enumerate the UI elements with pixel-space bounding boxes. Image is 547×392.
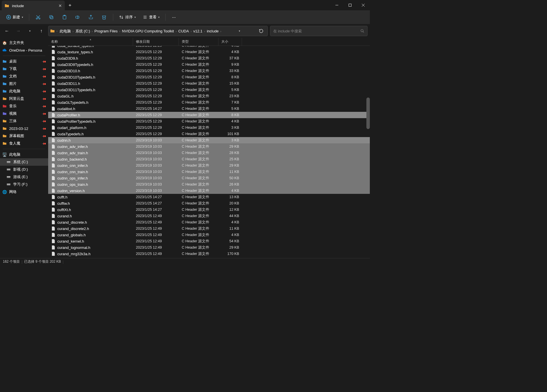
file-row[interactable]: cuda_texture_types.h2023/1/25 12:29C Hea… [48,49,370,55]
paste-button[interactable] [58,12,71,22]
sidebar-drive[interactable]: 学习 (F:) [0,181,48,188]
file-row[interactable]: curand_discrete2.h2023/1/25 12:49C Heade… [48,225,370,232]
search-input[interactable] [273,29,360,33]
chevron-down-icon[interactable]: ▾ [237,30,243,32]
cut-button[interactable] [32,12,44,22]
file-explorer-tab[interactable]: include ✕ [2,1,65,11]
col-type[interactable]: 类型 [179,38,218,46]
sidebar-item[interactable]: 屏幕截图📌 [0,132,48,140]
view-button[interactable]: 查看 ▾ [140,12,163,22]
file-row[interactable]: cudaProfilerTypedefs.h2023/1/25 12:29C H… [48,118,370,124]
new-button[interactable]: 新建 ▾ [3,12,26,22]
sidebar-item[interactable]: 图片📌 [0,80,48,87]
svg-rect-28 [7,169,10,169]
breadcrumb-seg[interactable]: v12.1 [193,29,203,33]
sidebar: 🏠 主文件夹 OneDrive - Persona 桌面📌下载📌文档📌图片📌此电… [0,38,48,258]
share-button[interactable] [85,12,97,22]
file-row[interactable]: cudaD3D10Typedefs.h2023/1/25 12:29C Head… [48,74,370,80]
file-row[interactable]: cudnn_cnn_train.h2023/3/19 10:03C Header… [48,169,370,175]
sidebar-item[interactable]: 此电脑📌 [0,87,48,95]
scrollbar[interactable] [366,46,370,258]
file-row[interactable]: cudnn_adv_infer.h2023/3/19 10:03C Header… [48,143,370,150]
file-date: 2023/1/25 12:29 [133,50,179,54]
rename-button[interactable] [72,12,84,22]
sidebar-drive[interactable]: 系统 (C:) [0,158,48,166]
sidebar-item[interactable]: 文档📌 [0,73,48,80]
file-row[interactable]: curand_discrete.h2023/1/25 12:49C Header… [48,219,370,225]
file-row[interactable]: cufft.h2023/1/25 14:27C Header 源文件13 KB [48,194,370,200]
forward-button[interactable]: → [14,26,23,36]
file-row[interactable]: cudaD3D11.h2023/1/25 12:29C Header 源文件15… [48,80,370,87]
file-date: 2023/1/25 12:29 [133,56,179,60]
breadcrumb-seg[interactable]: Program Files [94,29,118,33]
file-row[interactable]: cuda_surface_types.h2023/1/25 12:29C Hea… [48,46,370,49]
file-row[interactable]: curand.h2023/1/25 12:49C Header 源文件44 KB [48,213,370,219]
file-row[interactable]: curand_mrg32k3a.h2023/1/25 12:49C Header… [48,251,370,257]
file-row[interactable]: cudnn_ops_train.h2023/3/19 10:03C Header… [48,181,370,188]
sidebar-onedrive[interactable]: OneDrive - Persona [0,46,48,54]
file-row[interactable]: cudaTypedefs.h2023/1/25 12:29C Header 源文… [48,131,370,137]
file-row[interactable]: cudnn_backend.h2023/3/19 10:03C Header 源… [48,156,370,162]
file-row[interactable]: cudnn_cnn_infer.h2023/3/19 10:03C Header… [48,162,370,169]
file-row[interactable]: cudaD3D9.h2023/1/25 12:29C Header 源文件37 … [48,55,370,61]
back-button[interactable]: ← [2,26,11,36]
refresh-button[interactable] [257,26,266,36]
delete-button[interactable] [98,12,110,22]
file-list[interactable]: cuda_surface_types.h2023/1/25 12:29C Hea… [48,46,370,258]
breadcrumb-seg[interactable]: 此电脑 [59,29,71,33]
file-row[interactable]: cufftXt.h2023/1/25 14:27C Header 源文件12 K… [48,206,370,213]
file-row[interactable]: cudaD3D11Typedefs.h2023/1/25 12:29C Head… [48,87,370,93]
file-row[interactable]: cudnn.h2023/3/19 10:03C Header 源文件3 KB [48,137,370,143]
up-button[interactable]: ↑ [37,26,46,36]
file-row[interactable]: cudaGLTypedefs.h2023/1/25 12:29C Header … [48,99,370,106]
file-row[interactable]: curand_globals.h2023/1/25 12:49C Header … [48,232,370,238]
sidebar-item[interactable]: 三体📌 [0,117,48,125]
sidebar-item[interactable]: 视频📌 [0,110,48,117]
sidebar-item[interactable]: 音乐📌 [0,102,48,110]
copy-button[interactable] [45,12,57,22]
sidebar-item[interactable]: 2023-03-12📌 [0,125,48,132]
breadcrumb-seg[interactable]: include [206,29,219,33]
sidebar-thispc[interactable]: 🖥️ 此电脑 [0,151,48,158]
search-box[interactable] [270,26,368,36]
file-row[interactable]: cudnn_ops_infer.h2023/3/19 10:03C Header… [48,175,370,181]
file-row[interactable]: cudalibxt.h2023/1/25 14:27C Header 源文件5 … [48,106,370,112]
col-date[interactable]: 修改日期 [133,38,179,46]
col-size[interactable]: 大小 [218,38,242,46]
file-row[interactable]: cudaGL.h2023/1/25 12:29C Header 源文件23 KB [48,93,370,99]
file-date: 2023/1/25 12:29 [133,81,179,85]
sidebar-drive[interactable]: 影视 (D:) [0,166,48,173]
close-window-button[interactable] [357,0,370,10]
sort-button[interactable]: 排序 ▾ [116,12,139,22]
file-row[interactable]: cudnn_version.h2023/3/19 10:03C Header 源… [48,188,370,194]
close-tab-icon[interactable]: ✕ [58,3,62,8]
file-type: C Header 源文件 [179,245,218,250]
sidebar-item[interactable]: 阿里云盘📌 [0,95,48,102]
file-row[interactable]: cudnn_adv_train.h2023/3/19 10:03C Header… [48,150,370,156]
sidebar-network[interactable]: 🌐 网络 [0,188,48,196]
scrollbar-thumb[interactable] [366,97,370,129]
breadcrumb-seg[interactable]: CUDA [178,29,190,33]
col-name[interactable]: 名称▴ [48,38,133,46]
more-button[interactable]: ⋯ [169,12,179,22]
new-tab-button[interactable]: ＋ [65,0,75,10]
sidebar-item[interactable]: 食人魔📌 [0,140,48,147]
file-row[interactable]: cudart_platform.h2023/1/25 12:29C Header… [48,124,370,131]
sidebar-item[interactable]: 桌面📌 [0,58,48,65]
file-row[interactable]: cudaProfiler.h2023/1/25 12:29C Header 源文… [48,112,370,118]
file-row[interactable]: curand_kernel.h2023/1/25 12:49C Header 源… [48,238,370,244]
sidebar-item[interactable]: 下载📌 [0,65,48,73]
file-row[interactable]: cudaD3D10.h2023/1/25 12:29C Header 源文件33… [48,68,370,74]
address-bar[interactable]: › 此电脑›系统 (C:)›Program Files›NVIDIA GPU C… [48,26,268,36]
sidebar-home[interactable]: 🏠 主文件夹 [0,39,48,46]
file-row[interactable]: cudaD3D9Typedefs.h2023/1/25 12:29C Heade… [48,61,370,68]
minimize-button[interactable] [330,0,343,10]
history-dropdown[interactable]: ▾ [25,26,34,36]
file-type: C Header 源文件 [179,163,218,168]
maximize-button[interactable] [343,0,357,10]
breadcrumb-seg[interactable]: 系统 (C:) [75,29,91,33]
file-row[interactable]: curand_lognormal.h2023/1/25 12:49C Heade… [48,244,370,251]
sidebar-drive[interactable]: 游戏 (E:) [0,173,48,181]
breadcrumb-seg[interactable]: NVIDIA GPU Computing Toolkit [122,29,175,33]
file-row[interactable]: cufftw.h2023/1/25 14:27C Header 源文件20 KB [48,200,370,206]
